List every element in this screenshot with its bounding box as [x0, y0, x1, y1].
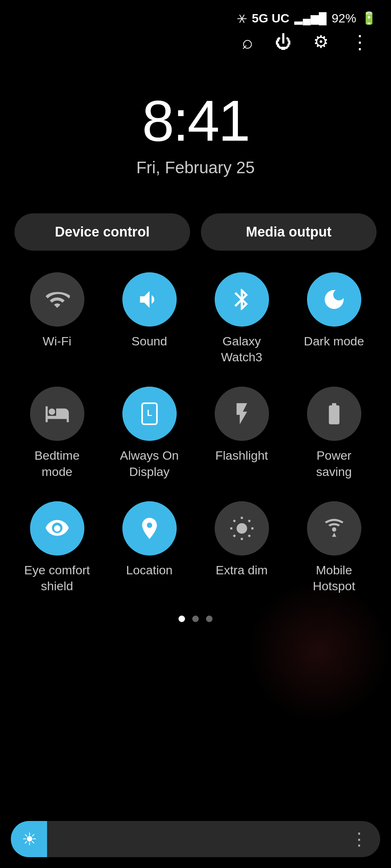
status-bar: ⚹ 5G UC ▂▄▆█ 92% 🔋 [0, 0, 391, 29]
toggle-label-bedtime: Bedtime mode [21, 447, 93, 479]
toggle-mobile-hotspot[interactable]: Mobile Hotspot [288, 501, 380, 594]
device-control-button[interactable]: Device control [14, 213, 190, 251]
clock-time: 8:41 [142, 88, 249, 154]
battery-label: 92% [332, 11, 356, 25]
toggle-circle-dark-mode [307, 272, 361, 327]
toggle-label-wifi: Wi-Fi [43, 333, 71, 349]
status-icons: ⚹ 5G UC ▂▄▆█ 92% 🔋 [237, 11, 377, 25]
toggle-power-saving[interactable]: Power saving [288, 387, 380, 479]
battery-icon: 🔋 [361, 11, 377, 25]
toggle-circle-extra-dim [215, 501, 269, 556]
clock-area: 8:41 Fri, February 25 [0, 59, 391, 213]
toggle-bedtime[interactable]: Bedtime mode [11, 387, 103, 479]
settings-button[interactable]: ⚙ [313, 33, 329, 51]
toggle-label-galaxy-watch: Galaxy Watch3 [206, 333, 278, 365]
action-bar: ⌕ ⏻ ⚙ ⋮ [0, 29, 391, 59]
toggle-label-flashlight: Flashlight [215, 447, 268, 463]
svg-text:L: L [147, 408, 152, 418]
toggle-circle-sound [122, 272, 177, 327]
power-button[interactable]: ⏻ [275, 34, 291, 50]
more-button[interactable]: ⋮ [350, 33, 369, 51]
brightness-bar[interactable]: ☀ ⋮ [11, 821, 380, 857]
toggle-label-always-on: Always On Display [113, 447, 186, 479]
brightness-icon: ☀ [22, 829, 37, 849]
toggle-label-power-saving: Power saving [298, 447, 370, 479]
toggle-label-eye-comfort: Eye comfort shield [21, 562, 93, 594]
toggle-label-mobile-hotspot: Mobile Hotspot [298, 562, 370, 594]
toggle-galaxy-watch[interactable]: Galaxy Watch3 [196, 272, 288, 365]
toggle-grid: Wi-FiSoundGalaxy Watch3Dark modeBedtime … [0, 272, 391, 594]
toggle-circle-eye-comfort [30, 501, 84, 556]
page-dot-2 [192, 616, 199, 622]
toggle-dark-mode[interactable]: Dark mode [288, 272, 380, 365]
svg-point-3 [236, 523, 247, 533]
svg-point-2 [54, 525, 60, 532]
toggle-circle-flashlight [215, 387, 269, 441]
signal-icon: ▂▄▆█ [294, 12, 327, 25]
quick-controls: Device control Media output [0, 213, 391, 251]
toggle-flashlight[interactable]: Flashlight [196, 387, 288, 479]
search-button[interactable]: ⌕ [242, 33, 253, 51]
network-label: 5G UC [252, 11, 290, 25]
toggle-eye-comfort[interactable]: Eye comfort shield [11, 501, 103, 594]
bluetooth-icon: ⚹ [237, 11, 247, 25]
toggle-circle-galaxy-watch [215, 272, 269, 327]
toggle-label-sound: Sound [131, 333, 167, 349]
toggle-circle-always-on: L [122, 387, 177, 441]
pagination [0, 616, 391, 622]
toggle-circle-mobile-hotspot [307, 501, 361, 556]
media-output-button[interactable]: Media output [201, 213, 377, 251]
toggle-always-on[interactable]: LAlways On Display [103, 387, 196, 479]
toggle-circle-power-saving [307, 387, 361, 441]
toggle-label-location: Location [126, 562, 173, 578]
toggle-wifi[interactable]: Wi-Fi [11, 272, 103, 365]
toggle-circle-wifi [30, 272, 84, 327]
toggle-circle-bedtime [30, 387, 84, 441]
toggle-circle-location [122, 501, 177, 556]
toggle-extra-dim[interactable]: Extra dim [196, 501, 288, 594]
brightness-more[interactable]: ⋮ [350, 829, 369, 849]
toggle-sound[interactable]: Sound [103, 272, 196, 365]
clock-date: Fri, February 25 [136, 158, 255, 177]
page-dot-1 [178, 616, 185, 622]
toggle-location[interactable]: Location [103, 501, 196, 594]
toggle-label-dark-mode: Dark mode [304, 333, 364, 349]
page-dot-3 [206, 616, 213, 622]
toggle-label-extra-dim: Extra dim [216, 562, 268, 578]
